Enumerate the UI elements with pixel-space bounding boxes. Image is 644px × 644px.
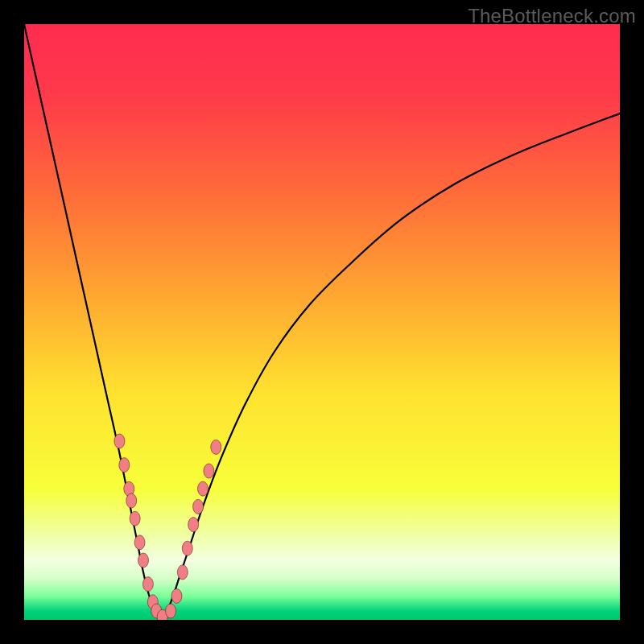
data-marker	[193, 499, 204, 514]
data-marker	[138, 553, 149, 568]
data-marker	[142, 577, 153, 592]
curve-left-branch	[24, 24, 161, 620]
data-marker	[134, 535, 145, 550]
data-marker	[188, 518, 199, 532]
watermark-text: TheBottleneck.com	[468, 5, 636, 27]
data-marker	[119, 458, 130, 473]
curve-layer	[24, 24, 620, 620]
plot-area	[24, 24, 620, 620]
data-marker	[182, 541, 192, 555]
data-marker	[198, 481, 208, 496]
data-marker	[171, 588, 182, 603]
chart-frame: TheBottleneck.com	[0, 0, 644, 644]
curve-right-branch	[161, 114, 620, 620]
data-marker	[204, 464, 214, 478]
data-marker	[126, 493, 137, 508]
data-marker	[211, 440, 221, 454]
data-marker	[177, 565, 188, 580]
data-marker	[114, 434, 125, 448]
data-marker	[130, 511, 140, 526]
marker-group	[114, 434, 221, 620]
data-marker	[166, 604, 176, 618]
